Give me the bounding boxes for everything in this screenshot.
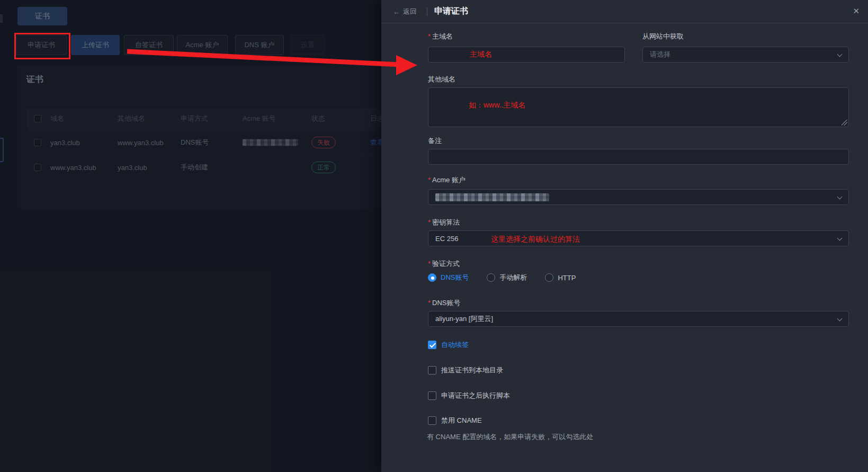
main-domain-annotation: 主域名: [428, 50, 492, 59]
remark-input[interactable]: [428, 149, 849, 165]
chevron-down-icon: [837, 194, 843, 200]
checkbox-icon: [428, 366, 436, 375]
modal-mask[interactable]: [0, 0, 381, 472]
back-button[interactable]: ← 返回: [393, 7, 417, 16]
apply-certificate-drawer: ← 返回 申请证书 ✕ *主域名 从网站中获取 主域名 请选择 其他域名 如：w…: [381, 0, 868, 472]
textarea-resize-handle[interactable]: [842, 120, 847, 126]
required-asterisk: *: [428, 260, 431, 268]
checkbox-auto-renew[interactable]: 自动续签: [428, 340, 469, 350]
header-divider: [427, 7, 427, 16]
checkbox-icon: [428, 391, 436, 400]
dns-account-value: aliyun-yan [阿里云]: [428, 314, 493, 324]
chevron-down-icon: [837, 316, 843, 322]
dns-account-label: *DNS账号: [428, 298, 461, 308]
radio-icon: [487, 273, 495, 282]
drawer-title: 申请证书: [434, 6, 468, 17]
back-label: 返回: [403, 7, 417, 16]
back-arrow-icon: ←: [393, 8, 400, 16]
cname-note: 有 CNAME 配置的域名，如果申请失败，可以勾选此处: [427, 432, 593, 442]
verify-method-radio-group: DNS账号 手动解析 HTTP: [428, 273, 576, 282]
key-algorithm-select[interactable]: EC 256 这里选择之前确认过的算法: [428, 230, 849, 246]
remark-label: 备注: [428, 136, 442, 146]
chevron-down-icon: [837, 236, 843, 241]
key-algorithm-value: EC 256: [428, 235, 458, 243]
checkbox-icon: [428, 416, 436, 425]
close-icon[interactable]: ✕: [853, 6, 860, 16]
checkbox-run-script[interactable]: 申请证书之后执行脚本: [428, 391, 510, 400]
dns-account-select[interactable]: aliyun-yan [阿里云]: [428, 311, 849, 327]
acme-account-label: *Acme 账户: [428, 175, 466, 185]
other-domains-label: 其他域名: [428, 75, 455, 84]
radio-selected-icon: [428, 273, 436, 282]
censored-acme-account-value: [435, 193, 549, 201]
from-site-label: 从网站中获取: [642, 32, 684, 41]
radio-http[interactable]: HTTP: [545, 273, 576, 282]
from-site-select[interactable]: 请选择: [642, 47, 849, 63]
other-domains-annotation: 如：www..主域名: [469, 101, 525, 110]
radio-manual-resolve[interactable]: 手动解析: [487, 273, 527, 282]
required-asterisk: *: [428, 32, 431, 40]
checkbox-push-to-local[interactable]: 推送证书到本地目录: [428, 366, 503, 375]
radio-dns-account[interactable]: DNS账号: [428, 273, 469, 282]
checkbox-checked-icon: [428, 341, 436, 349]
acme-account-select[interactable]: [428, 189, 849, 205]
tutorial-highlight-box: [14, 33, 70, 59]
verify-method-label: *验证方式: [428, 259, 460, 269]
from-site-placeholder: 请选择: [643, 50, 670, 59]
chevron-down-icon: [837, 52, 843, 57]
required-asterisk: *: [428, 299, 431, 307]
radio-icon: [545, 273, 553, 282]
main-domain-label: *主域名: [428, 32, 453, 41]
drawer-header: ← 返回 申请证书 ✕: [381, 0, 868, 23]
required-asterisk: *: [428, 176, 431, 184]
key-algorithm-annotation: 这里选择之前确认过的算法: [491, 235, 580, 244]
other-domains-textarea[interactable]: 如：www..主域名: [428, 87, 849, 127]
checkbox-disable-cname[interactable]: 禁用 CNAME: [428, 416, 482, 425]
required-asterisk: *: [428, 218, 431, 226]
key-algorithm-label: *密钥算法: [428, 218, 460, 227]
main-domain-input[interactable]: 主域名: [428, 47, 625, 63]
